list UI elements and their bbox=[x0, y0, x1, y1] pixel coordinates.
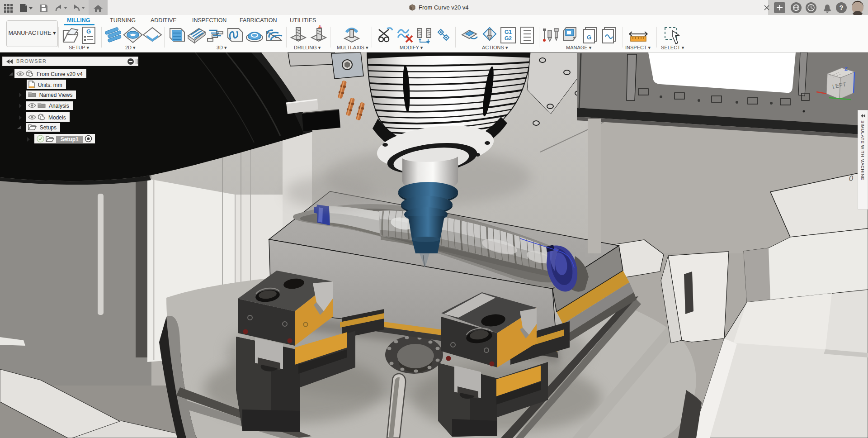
svg-text:G2: G2 bbox=[505, 35, 512, 42]
svg-text:?: ? bbox=[840, 4, 844, 11]
svg-text:Z: Z bbox=[844, 66, 848, 71]
svg-text:G: G bbox=[587, 34, 591, 41]
svg-text:0: 0 bbox=[849, 175, 853, 182]
svg-text:G: G bbox=[86, 28, 91, 35]
svg-text:G1: G1 bbox=[505, 29, 512, 35]
